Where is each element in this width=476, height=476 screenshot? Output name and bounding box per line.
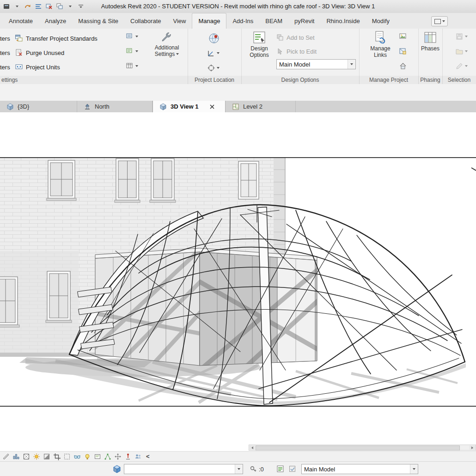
highlight-displacement-icon bbox=[114, 453, 122, 460]
phases-button[interactable]: Phases bbox=[420, 31, 440, 52]
decal-types-button[interactable] bbox=[399, 47, 407, 55]
tab-massing-site[interactable]: Massing & Site bbox=[72, 13, 124, 29]
shadows-button[interactable] bbox=[43, 452, 51, 461]
worksharing-display-button[interactable] bbox=[134, 452, 142, 461]
tab-view[interactable]: View bbox=[167, 13, 192, 29]
coordinates-dropdown[interactable] bbox=[207, 49, 220, 57]
revit-window: Autodesk Revit 2020 - STUDENT VERSION - … bbox=[0, 0, 476, 476]
mep-settings-dropdown[interactable] bbox=[126, 47, 138, 55]
open-button[interactable] bbox=[2, 2, 11, 11]
ribbon-state-icon bbox=[434, 19, 441, 24]
visual-style-button[interactable] bbox=[22, 452, 31, 461]
scroll-right-arrow[interactable] bbox=[470, 445, 475, 450]
sun-path-button[interactable] bbox=[32, 452, 41, 461]
exclude-options-icon bbox=[288, 465, 297, 473]
add-to-set-label: Add to Set bbox=[287, 34, 315, 41]
structural-settings-dropdown[interactable] bbox=[126, 32, 138, 41]
pick-to-edit-icon bbox=[276, 48, 284, 55]
decal-types-icon bbox=[399, 47, 407, 55]
tab-collaborate[interactable]: Collaborate bbox=[124, 13, 167, 29]
active-design-option-status-value: Main Model bbox=[304, 466, 335, 473]
manage-links-button[interactable]: Manage Links bbox=[366, 31, 394, 58]
active-design-option-status-select[interactable]: Main Model bbox=[301, 464, 418, 474]
open-dropdown[interactable] bbox=[12, 2, 22, 11]
view-tab-3d-default[interactable]: {3D} bbox=[0, 101, 77, 112]
design-options-label-2: Options bbox=[250, 52, 269, 58]
manage-images-button[interactable] bbox=[399, 32, 407, 41]
reveal-constraints-button[interactable] bbox=[124, 452, 132, 461]
reveal-hidden-elements-button[interactable] bbox=[83, 452, 92, 461]
starting-view-button[interactable] bbox=[399, 62, 407, 70]
temporary-view-properties-button[interactable] bbox=[93, 452, 102, 461]
design-options-button[interactable]: Design Options bbox=[246, 31, 273, 58]
switch-windows-button[interactable] bbox=[55, 2, 64, 11]
structural-settings-icon bbox=[126, 32, 134, 41]
tab-analyze[interactable]: Analyze bbox=[39, 13, 72, 29]
project-units-icon bbox=[15, 63, 23, 71]
dropdown-arrow bbox=[348, 60, 355, 69]
redo-button[interactable] bbox=[23, 2, 32, 11]
active-design-option-value: Main Model bbox=[279, 61, 310, 68]
save-selection-button bbox=[455, 32, 468, 41]
project-units-label: Project Units bbox=[26, 64, 60, 71]
options-bar bbox=[0, 84, 476, 101]
show-crop-region-button[interactable] bbox=[63, 452, 71, 461]
manage-links-label-1: Manage bbox=[370, 45, 390, 52]
design-options-status-button[interactable] bbox=[276, 465, 285, 473]
temporary-hide-isolate-icon bbox=[73, 453, 81, 460]
phases-label: Phases bbox=[421, 45, 439, 52]
detail-level-button[interactable] bbox=[12, 452, 20, 461]
redo-icon bbox=[24, 3, 31, 10]
panel-schedule-templates-dropdown[interactable] bbox=[126, 62, 138, 70]
elevation-view-icon bbox=[84, 103, 91, 110]
project-units-button[interactable]: ters Project Units bbox=[0, 62, 60, 72]
title-bar: Autodesk Revit 2020 - STUDENT VERSION - … bbox=[0, 0, 476, 13]
view-tab-north[interactable]: North bbox=[77, 101, 153, 112]
tab-rhino-inside[interactable]: Rhino.Inside bbox=[320, 13, 366, 29]
tab-annotate[interactable]: Annotate bbox=[3, 13, 39, 29]
collapse-view-control-bar[interactable]: < bbox=[146, 453, 150, 460]
crop-view-button[interactable] bbox=[53, 452, 61, 461]
tab-manage[interactable]: Manage bbox=[192, 13, 226, 29]
thin-lines-button[interactable] bbox=[34, 2, 43, 11]
scroll-left-arrow[interactable] bbox=[250, 445, 255, 450]
purge-unused-button[interactable]: ters Purge Unused bbox=[0, 48, 64, 58]
close-hidden-windows-button[interactable] bbox=[44, 2, 54, 11]
location-button[interactable] bbox=[208, 32, 220, 44]
highlight-displacement-button[interactable] bbox=[114, 452, 122, 461]
cropped-label: ters bbox=[0, 35, 12, 42]
editable-only-icon bbox=[250, 465, 257, 473]
customize-qat-button[interactable] bbox=[76, 2, 85, 11]
view-tab-label: {3D} bbox=[18, 103, 29, 110]
temporary-hide-isolate-button[interactable] bbox=[73, 452, 81, 461]
exclude-options-button[interactable] bbox=[288, 465, 297, 473]
horizontal-scrollbar[interactable] bbox=[249, 445, 476, 451]
active-design-option-select[interactable]: Main Model bbox=[276, 59, 356, 69]
tab-pyrevit[interactable]: pyRevit bbox=[288, 13, 320, 29]
view-tab-3d-view-1[interactable]: 3D View 1 bbox=[153, 101, 226, 112]
view-tab-label: Level 2 bbox=[243, 103, 262, 110]
view-tab-level-2[interactable]: Level 2 bbox=[226, 101, 296, 112]
additional-settings-button[interactable]: Additional Settings bbox=[147, 31, 187, 57]
tab-modify[interactable]: Modify bbox=[366, 13, 396, 29]
chevron-down-icon bbox=[176, 53, 179, 55]
additional-settings-label-2: Settings bbox=[155, 51, 175, 57]
edit-selection-button bbox=[455, 62, 468, 70]
editable-only-button[interactable] bbox=[250, 465, 257, 473]
ribbon-display-toggle[interactable] bbox=[431, 16, 448, 26]
location-globe-icon bbox=[208, 32, 220, 44]
3d-view-canvas[interactable] bbox=[0, 112, 476, 445]
transfer-project-standards-button[interactable]: ters Transfer Project Standards bbox=[0, 33, 98, 43]
position-dropdown[interactable] bbox=[207, 64, 220, 72]
detail-level-icon bbox=[12, 453, 20, 460]
tab-add-ins[interactable]: Add-Ins bbox=[226, 13, 259, 29]
switch-windows-dropdown[interactable] bbox=[66, 2, 75, 11]
scrollbar-thumb[interactable] bbox=[256, 445, 460, 451]
worksets-button[interactable] bbox=[112, 464, 122, 474]
active-workset-select[interactable] bbox=[124, 464, 243, 474]
tab-beam[interactable]: BEAM bbox=[259, 13, 288, 29]
scale-button[interactable] bbox=[2, 452, 10, 461]
analytical-model-button[interactable] bbox=[104, 452, 112, 461]
close-view-tab-button[interactable] bbox=[208, 103, 216, 110]
drawing-area[interactable] bbox=[0, 112, 476, 445]
